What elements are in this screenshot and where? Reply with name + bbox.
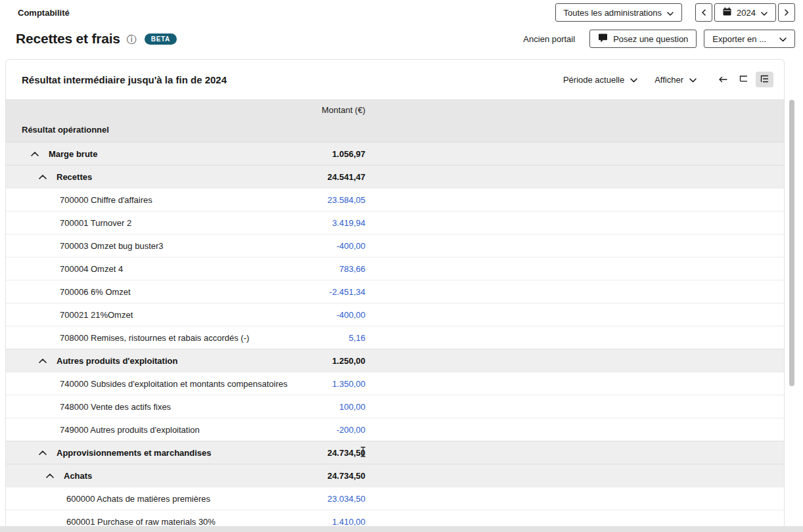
chat-icon — [598, 33, 608, 45]
export-button[interactable]: Exporter en ... — [704, 30, 795, 48]
period-selector-label: Période actuelle — [563, 75, 624, 85]
table-row[interactable]: Marge brute 1.056,97 — [6, 142, 784, 165]
table-row: 700001 Turnover 2 3.419,94 — [6, 211, 784, 234]
old-portal-link[interactable]: Ancien portail — [523, 34, 575, 44]
row-amount[interactable]: 783,66 — [6, 257, 365, 280]
row-amount[interactable]: 3.419,94 — [6, 211, 365, 234]
table-row: 700004 Omzet 4 783,66 — [6, 257, 784, 280]
chevron-down-icon — [667, 8, 674, 18]
row-amount[interactable]: 23.034,50 — [6, 487, 365, 510]
report-card: Résultat intermédiaire jusqu'à la fin de… — [5, 59, 785, 532]
view-toggle-group — [714, 72, 773, 87]
table-row[interactable]: Autres produits d'exploitation 1.250,00 — [6, 349, 784, 372]
display-selector-label: Afficher — [654, 75, 683, 85]
row-amount[interactable]: -200,00 — [6, 418, 365, 441]
row-amount[interactable]: -2.451,34 — [6, 280, 365, 303]
display-selector[interactable]: Afficher — [654, 75, 697, 85]
scrollbar-thumb[interactable] — [789, 100, 794, 386]
breadcrumb: Comptabilité — [18, 8, 70, 18]
outline-expand-icon — [760, 75, 769, 85]
page-title: Recettes et frais — [16, 31, 120, 47]
table-row[interactable]: Achats 24.734,50 — [6, 464, 784, 487]
table-row: 600000 Achats de matières premières 23.0… — [6, 487, 784, 510]
table-row[interactable]: Recettes 24.541,47 — [6, 165, 784, 188]
year-navigator: 2024 — [695, 3, 795, 22]
row-amount: 1.056,97 — [6, 143, 365, 165]
row-amount[interactable]: -400,00 — [6, 234, 365, 257]
row-amount[interactable]: -400,00 — [6, 303, 365, 326]
row-amount: 24.541,47 — [6, 166, 365, 188]
administration-selector[interactable]: Toutes les administrations — [555, 3, 683, 22]
chevron-left-icon — [702, 8, 706, 18]
report-controls: Période actuelle Afficher — [563, 72, 773, 87]
arrow-left-icon — [718, 75, 727, 85]
chevron-down-icon — [779, 34, 787, 44]
row-amount[interactable]: 1.350,00 — [6, 372, 365, 395]
next-row-peek — [0, 526, 803, 532]
page-header-actions: Ancien portail Posez une question Export… — [523, 30, 795, 48]
row-amount: 24.734,50 — [6, 464, 365, 487]
next-year-button[interactable] — [778, 3, 795, 22]
table-row: 700006 6% Omzet -2.451,34 — [6, 280, 784, 303]
calendar-icon — [723, 7, 731, 18]
year-selector[interactable]: 2024 — [714, 3, 776, 22]
table-row: 740000 Subsides d'exploitation et montan… — [6, 372, 784, 395]
beta-badge: BETA — [145, 33, 177, 45]
previous-year-button[interactable] — [695, 3, 712, 22]
row-amount: 1.250,00 — [6, 349, 365, 372]
text-cursor — [360, 447, 366, 460]
table-row: 700000 Chiffre d'affaires 23.584,05 — [6, 188, 784, 211]
report-table: Montant (€) Résultat opérationnel Marge … — [6, 99, 784, 532]
year-selector-label: 2024 — [737, 8, 756, 18]
chevron-down-icon — [630, 75, 637, 85]
report-card-header: Résultat intermédiaire jusqu'à la fin de… — [6, 60, 784, 99]
table-row: 748000 Vente des actifs fixes 100,00 — [6, 395, 784, 418]
row-amount[interactable]: 5,16 — [6, 326, 365, 349]
table-row[interactable]: Approvisionnements et marchandises 24.73… — [6, 441, 784, 464]
row-amount: 24.734,50 — [6, 441, 365, 464]
ask-question-button[interactable]: Posez une question — [589, 30, 697, 48]
chevron-down-icon — [761, 8, 768, 18]
table-row: 700003 Omzet bug buster3 -400,00 — [6, 234, 784, 257]
export-label: Exporter en ... — [712, 34, 766, 44]
administration-selector-label: Toutes les administrations — [564, 8, 662, 18]
chevron-right-icon — [785, 8, 789, 18]
table-header: Montant (€) Résultat opérationnel — [6, 99, 784, 142]
table-row: 708000 Remises, ristournes et rabais acc… — [6, 326, 784, 349]
section-header: Résultat opérationnel — [22, 125, 109, 135]
report-title: Résultat intermédiaire jusqu'à la fin de… — [22, 74, 227, 85]
scrollbar[interactable] — [789, 100, 794, 532]
table-row: 749000 Autres produits d'exploitation -2… — [6, 418, 784, 441]
page-header: Recettes et frais ⓘ BETA Ancien portail … — [0, 25, 803, 53]
period-selector[interactable]: Période actuelle — [563, 75, 637, 85]
page: Comptabilité Toutes les administrations — [0, 0, 803, 532]
outline-expand-icon-button[interactable] — [756, 72, 773, 87]
collapse-all-button[interactable] — [714, 72, 731, 87]
topbar: Comptabilité Toutes les administrations — [0, 0, 803, 25]
row-amount[interactable]: 100,00 — [6, 395, 365, 418]
info-icon[interactable]: ⓘ — [127, 34, 137, 44]
row-amount[interactable]: 23.584,05 — [6, 188, 365, 211]
ask-question-label: Posez une question — [613, 34, 688, 44]
topbar-actions: Toutes les administrations 2024 — [555, 3, 796, 22]
outline-collapse-icon-button[interactable] — [735, 72, 752, 87]
table-row: 700021 21%Omzet -400,00 — [6, 303, 784, 326]
amount-column-header: Montant (€) — [6, 105, 365, 115]
chevron-down-icon — [689, 75, 697, 85]
outline-collapse-icon — [739, 75, 748, 85]
